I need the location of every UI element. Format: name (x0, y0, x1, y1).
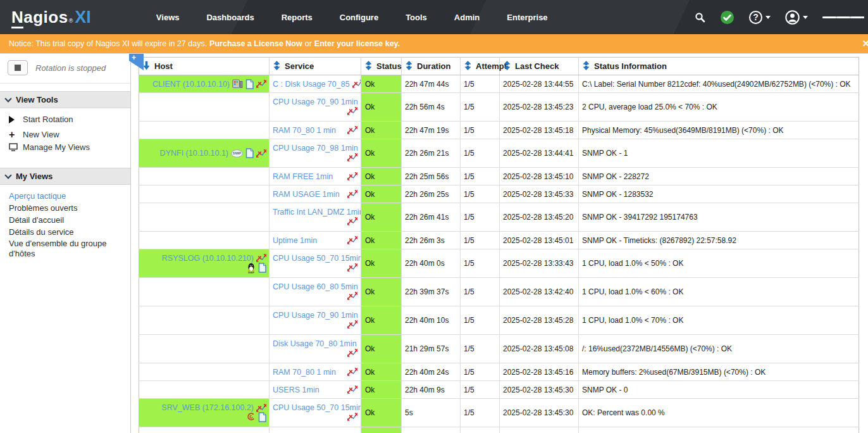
rotation-box: Rotation is stopped (0, 54, 130, 84)
col-header-host[interactable]: Host (139, 58, 270, 75)
start-rotation-item[interactable]: Start Rotation (9, 115, 130, 124)
col-header-last-check[interactable]: Last Check (500, 58, 579, 75)
service-link[interactable]: CPU Usage 70_90 1min (273, 97, 357, 106)
manage-my-views-item[interactable]: Manage My Views (9, 142, 130, 152)
perf-graph-icon[interactable] (347, 320, 357, 329)
plus-icon: + (9, 131, 19, 139)
col-header-status-information[interactable]: Status Information (579, 58, 859, 75)
enter-license-link[interactable]: Enter your license key. (314, 39, 400, 48)
perf-graph-icon[interactable] (352, 80, 361, 88)
perf-graph-icon[interactable] (256, 254, 266, 262)
perf-graph-icon[interactable] (347, 153, 357, 161)
status-info-cell: OK: Percent was 0.00 % (579, 399, 859, 427)
service-cell: RAM 70_80 1 min (270, 122, 361, 139)
sort-icon[interactable] (583, 61, 590, 72)
service-link[interactable]: RAM 70_80 1 min (273, 126, 336, 135)
sort-icon[interactable] (406, 61, 412, 72)
service-link[interactable]: CPU Usage 50_70 15min (273, 254, 357, 263)
tux-icon: SNMP (247, 263, 256, 273)
perf-graph-icon[interactable] (347, 413, 357, 421)
new-view-item[interactable]: + New View (9, 130, 130, 139)
top-navbar: Nagios® XI Views Dashboards Reports Conf… (0, 0, 868, 34)
user-icon[interactable] (785, 10, 808, 25)
document-icon[interactable] (258, 263, 266, 273)
sidebar: Rotation is stopped View Tools Start Rot… (0, 54, 131, 433)
nagios-logo[interactable]: Nagios® XI (11, 8, 91, 27)
menu-dashboards[interactable]: Dashboards (193, 0, 268, 35)
document-icon[interactable] (245, 79, 254, 89)
service-table-body: CLIENT (10.10.10.10) C : Disk Usage 70_8… (139, 75, 859, 433)
sidebar-view-problemes-ouverts[interactable]: Problèmes ouverts (9, 203, 123, 213)
view-tools-header[interactable]: View Tools (0, 91, 130, 108)
service-link[interactable]: RAM FREE 1min (273, 172, 333, 181)
perf-graph-icon[interactable] (347, 236, 357, 244)
perf-graph-icon[interactable] (256, 149, 266, 158)
perf-graph-icon[interactable] (347, 368, 357, 376)
sort-icon[interactable] (143, 61, 150, 72)
service-link[interactable]: Traffic Int LAN_DMZ 1min (273, 208, 357, 216)
perf-graph-icon[interactable] (347, 126, 357, 134)
col-header-service[interactable]: Service (270, 58, 361, 75)
sidebar-view-detail-accueil[interactable]: Détail d'accueil (9, 215, 123, 225)
sidebar-view-vue-ensemble-groupe-hotes[interactable]: Vue d'ensemble du groupe d'hôtes (9, 239, 123, 259)
host-link[interactable]: CLIENT (10.10.10.10) (152, 80, 230, 89)
menu-views[interactable]: Views (143, 0, 194, 35)
stop-rotation-button[interactable] (8, 60, 28, 75)
menu-enterprise[interactable]: Enterprise (493, 0, 561, 35)
service-link[interactable]: RAM USAGE 1min (273, 190, 340, 199)
perf-graph-icon[interactable] (347, 292, 357, 300)
service-link[interactable]: USERS 1min (273, 386, 319, 394)
perf-graph-icon[interactable] (347, 217, 357, 225)
status-info-cell: Physical Memory: 45%used(3649MB/8191MB) … (579, 122, 859, 139)
service-link[interactable]: Disk Usage 70_80 1min (273, 339, 357, 348)
perf-graph-icon[interactable] (347, 107, 357, 115)
sort-icon[interactable] (504, 61, 511, 72)
perf-graph-icon[interactable] (347, 263, 357, 272)
host-cell: SRV_WEB (172.16.100.2) (139, 399, 270, 427)
document-icon[interactable] (245, 148, 254, 158)
last-check-cell: 2025-02-28 13:45:08 (500, 335, 579, 363)
host-link[interactable]: DYNFI (10.10.10.1) (160, 149, 228, 158)
host-link[interactable]: SRV_WEB (172.16.100.2) (161, 403, 254, 412)
menu-admin[interactable]: Admin (441, 0, 493, 35)
table-row: Traffic Int LAN_DMZ 1min Ok 22h 26m 41s … (139, 203, 859, 232)
help-icon[interactable]: ? (749, 11, 771, 24)
close-icon[interactable]: ✕ (862, 38, 868, 49)
service-link[interactable]: Uptime 1min (273, 236, 317, 245)
col-header-status[interactable]: Status (361, 58, 402, 75)
sort-icon[interactable] (464, 61, 471, 72)
perf-graph-icon[interactable] (347, 386, 357, 394)
service-link[interactable]: CPU Usage 70_98 1min (273, 144, 357, 153)
service-link[interactable]: RAM 70_80 1 min (273, 368, 336, 377)
sort-icon[interactable] (273, 61, 280, 72)
perf-graph-icon[interactable] (256, 404, 266, 412)
health-status-icon[interactable] (720, 10, 735, 25)
table-row-partial (139, 427, 859, 433)
duration-cell: 22h 26m 3s (402, 232, 461, 249)
purchase-license-link[interactable]: Purchase a License Now (209, 39, 302, 48)
service-link[interactable]: CPU Usage 50_70 15min (273, 403, 357, 412)
sidebar-view-details-service[interactable]: Détails du service (9, 227, 123, 237)
service-cell: C : Disk Usage 70_85 (270, 75, 361, 93)
hamburger-icon[interactable] (822, 14, 864, 21)
perf-graph-icon[interactable] (347, 349, 357, 357)
sort-icon[interactable] (365, 61, 372, 72)
perf-graph-icon[interactable] (347, 190, 357, 198)
menu-configure[interactable]: Configure (326, 0, 392, 35)
status-info-cell: 1 CPU, load 1.0% < 60% : OK (579, 278, 859, 306)
document-icon[interactable] (258, 412, 266, 422)
host-link[interactable]: RSYSLOG (10.10.10.210) (162, 254, 254, 263)
menu-tools[interactable]: Tools (392, 0, 441, 35)
service-link[interactable]: CPU Usage 60_80 5min (273, 282, 357, 291)
search-icon[interactable] (695, 12, 705, 23)
attempt-cell: 1/5 (461, 399, 500, 427)
perf-graph-icon[interactable] (347, 172, 357, 180)
sidebar-view-apercu-tactique[interactable]: Aperçu tactique (9, 191, 123, 201)
perf-graph-icon[interactable] (256, 80, 266, 88)
col-header-attempt[interactable]: Attempt (461, 58, 500, 75)
service-link[interactable]: C : Disk Usage 70_85 (273, 80, 350, 89)
menu-reports[interactable]: Reports (268, 0, 326, 35)
my-views-header[interactable]: My Views (0, 168, 130, 185)
service-link[interactable]: CPU Usage 70_90 1min (273, 311, 357, 320)
col-header-duration[interactable]: Duration (402, 58, 461, 75)
